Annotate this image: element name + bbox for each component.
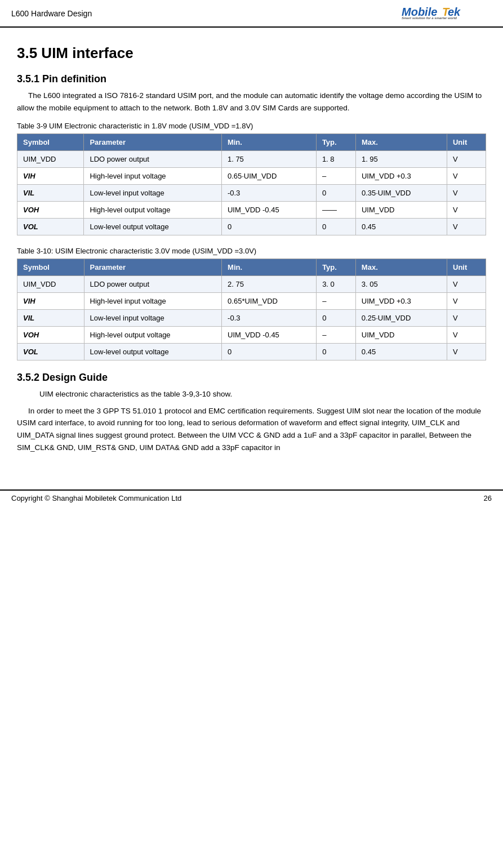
table1-col-max: Max. (355, 134, 447, 151)
table-row: VIHHigh-level input voltage0.65·UIM_VDD–… (17, 168, 486, 185)
table-cell: LDO power output (84, 151, 221, 168)
table1: Symbol Parameter Min. Typ. Max. Unit UIM… (17, 133, 486, 235)
table2-col-unit: Unit (447, 259, 486, 276)
subsection1-title: 3.5.1 Pin definition (17, 73, 486, 85)
table1-col-parameter: Parameter (84, 134, 221, 151)
table-cell: V (447, 168, 486, 185)
page-header: L600 Hardware Design Mobile T ek Smart s… (0, 0, 503, 28)
table-cell: UIM_VDD -0.45 (222, 327, 317, 344)
table-cell: 0 (221, 219, 316, 235)
subsection2-body1: UIM electronic characteristics as the ta… (17, 388, 486, 400)
table-cell: V (447, 293, 486, 310)
subsection2-body2: In order to meet the 3 GPP TS 51.010 1 p… (17, 405, 486, 453)
table-cell: VIH (17, 168, 84, 185)
table-row: VOHHigh-level output voltageUIM_VDD -0.4… (17, 327, 486, 344)
table-cell: VIH (17, 293, 84, 310)
logo-svg: Mobile T ek Smart solution for a smarter… (402, 3, 492, 20)
table-cell: 1. 75 (221, 151, 316, 168)
table-cell: 0.25·UIM_VDD (355, 310, 447, 327)
table-cell: Low-level input voltage (84, 310, 222, 327)
table-cell: High-level input voltage (84, 293, 222, 310)
subsection2: 3.5.2 Design Guide UIM electronic charac… (17, 372, 486, 453)
table-row: UIM_VDDLDO power output2. 753. 03. 05V (17, 276, 486, 293)
table-cell: 0 (222, 344, 317, 360)
table-cell: Low-level output voltage (84, 219, 221, 235)
table1-caption: Table 3-9 UIM Electronic characteristic … (17, 122, 486, 130)
subsection1-body: The L600 integrated a ISO 7816-2 standar… (17, 90, 486, 114)
table-cell: – (317, 293, 356, 310)
table-cell: V (447, 151, 486, 168)
table-cell: 1. 8 (316, 151, 355, 168)
table2-col-symbol: Symbol (17, 259, 84, 276)
table-cell: UIM_VDD +0.3 (355, 168, 447, 185)
table-cell: V (447, 185, 486, 202)
table2-col-parameter: Parameter (84, 259, 222, 276)
table2: Symbol Parameter Min. Typ. Max. Unit UIM… (17, 259, 486, 360)
table-cell: 0.65*UIM_VDD (222, 293, 317, 310)
table1-col-unit: Unit (447, 134, 486, 151)
table-cell: 1. 95 (355, 151, 447, 168)
table-cell: UIM_VDD (17, 276, 84, 293)
table-cell: 3. 0 (317, 276, 356, 293)
table-row: VOLLow-level output voltage000.45V (17, 219, 486, 235)
table-row: VOHHigh-level output voltageUIM_VDD -0.4… (17, 202, 486, 219)
table-row: VOLLow-level output voltage000.45V (17, 344, 486, 360)
table2-col-typ: Typ. (317, 259, 356, 276)
table-cell: High-level output voltage (84, 327, 222, 344)
table-cell: UIM_VDD (355, 327, 447, 344)
table1-header-row: Symbol Parameter Min. Typ. Max. Unit (17, 134, 486, 151)
table1-col-min: Min. (221, 134, 316, 151)
company-logo: Mobile T ek Smart solution for a smarter… (402, 3, 492, 23)
table-row: VIHHigh-level input voltage0.65*UIM_VDD–… (17, 293, 486, 310)
table-cell: High-level output voltage (84, 202, 221, 219)
table-cell: —— (316, 202, 355, 219)
table-cell: -0.3 (222, 310, 317, 327)
table-cell: VOH (17, 202, 84, 219)
table-cell: 0 (317, 310, 356, 327)
table-cell: 0.35·UIM_VDD (355, 185, 447, 202)
table-cell: – (317, 327, 356, 344)
table-cell: High-level input voltage (84, 168, 221, 185)
table-cell: LDO power output (84, 276, 222, 293)
subsection2-title: 3.5.2 Design Guide (17, 372, 486, 384)
table1-col-symbol: Symbol (17, 134, 84, 151)
table-cell: Low-level input voltage (84, 185, 221, 202)
table-cell: 0 (316, 185, 355, 202)
table1-col-typ: Typ. (316, 134, 355, 151)
table2-col-min: Min. (222, 259, 317, 276)
table-cell: 0 (317, 344, 356, 360)
table-cell: 0.45 (355, 344, 447, 360)
table2-col-max: Max. (355, 259, 447, 276)
table-cell: 0.65·UIM_VDD (221, 168, 316, 185)
table2-caption: Table 3-10: USIM Electronic characterist… (17, 247, 486, 255)
table-cell: VOL (17, 344, 84, 360)
table-cell: V (447, 276, 486, 293)
table-cell: V (447, 344, 486, 360)
section-title: 3.5 UIM interface (17, 44, 486, 62)
table-cell: VOH (17, 327, 84, 344)
table-row: VILLow-level input voltage-0.300.35·UIM_… (17, 185, 486, 202)
table-cell: 2. 75 (222, 276, 317, 293)
document-title: L600 Hardware Design (11, 9, 92, 18)
table-cell: UIM_VDD (17, 151, 84, 168)
svg-text:Smart solution for a smarter w: Smart solution for a smarter world (402, 16, 457, 20)
page-content: 3.5 UIM interface 3.5.1 Pin definition T… (0, 33, 503, 473)
table-cell: UIM_VDD -0.45 (221, 202, 316, 219)
table-cell: V (447, 202, 486, 219)
table-cell: VIL (17, 185, 84, 202)
copyright-text: Copyright © Shanghai Mobiletek Communica… (11, 494, 181, 502)
table-cell: – (316, 168, 355, 185)
page-number: 26 (484, 494, 492, 502)
page-footer: Copyright © Shanghai Mobiletek Communica… (0, 489, 503, 506)
table-cell: 0 (316, 219, 355, 235)
table-cell: V (447, 219, 486, 235)
table-cell: UIM_VDD (355, 202, 447, 219)
table-row: VILLow-level input voltage-0.300.25·UIM_… (17, 310, 486, 327)
table-cell: 0.45 (355, 219, 447, 235)
table-cell: VOL (17, 219, 84, 235)
table-cell: Low-level output voltage (84, 344, 222, 360)
table-cell: VIL (17, 310, 84, 327)
table-row: UIM_VDDLDO power output1. 751. 81. 95V (17, 151, 486, 168)
table-cell: -0.3 (221, 185, 316, 202)
table-cell: V (447, 310, 486, 327)
